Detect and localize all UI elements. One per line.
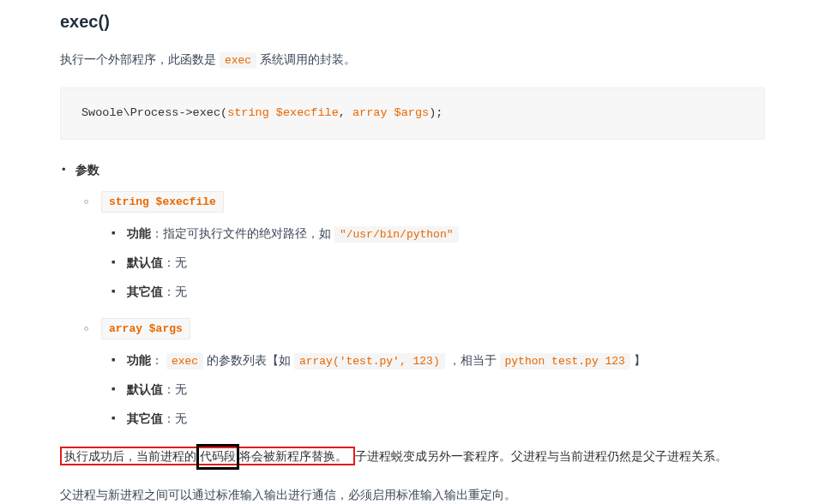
param2-fn-label: 功能 — [127, 353, 151, 367]
param1-function: 功能：指定可执行文件的绝对路径，如 "/usr/bin/python" — [127, 224, 765, 244]
param2-fn-code2: array('test.py', 123) — [294, 353, 445, 369]
stdio-paragraph: 父进程与新进程之间可以通过标准输入输出进行通信，必须启用标准输入输出重定向。 — [60, 485, 765, 504]
summary-p2: 将会被新程序替换。 — [239, 449, 347, 463]
param-args-pill: array $args — [101, 318, 190, 339]
param2-fn-code1: exec — [166, 353, 203, 369]
param1-other: 其它值：无 — [127, 282, 765, 303]
params-heading: 参数 — [75, 160, 765, 181]
sig-comma: , — [339, 106, 352, 119]
param2-fn-code3: python test.py 123 — [500, 353, 630, 369]
sig-kw-string: string — [227, 106, 269, 119]
param1-oth-text: ：无 — [163, 285, 187, 298]
param-execfile: string $execfile 功能：指定可执行文件的绝对路径，如 "/usr… — [101, 191, 765, 303]
param1-def-text: ：无 — [163, 255, 187, 269]
sig-suffix: ); — [429, 106, 443, 119]
signature-code-block: Swoole\Process->exec(string $execfile, a… — [60, 87, 765, 140]
param2-def-label: 默认值 — [127, 382, 163, 396]
param2-oth-text: ：无 — [163, 411, 187, 425]
param2-default: 默认值：无 — [127, 380, 765, 400]
sig-var-execfile: $execfile — [276, 106, 339, 119]
param1-fn-code: "/usr/bin/python" — [334, 226, 459, 243]
param1-default: 默认值：无 — [127, 253, 765, 273]
param2-oth-label: 其它值 — [127, 411, 163, 425]
intro-post: 系统调用的封装。 — [260, 52, 356, 66]
param1-def-label: 默认值 — [127, 255, 163, 269]
sig-var-args: $args — [394, 106, 430, 119]
param2-fn-pre: ： — [151, 353, 166, 367]
sig-sp1 — [269, 106, 276, 119]
param1-fn-label: 功能 — [127, 226, 151, 240]
param2-def-text: ：无 — [163, 382, 187, 396]
summary-p1: 执行成功后，当前进程的 — [64, 449, 196, 463]
sig-kw-array: array — [352, 106, 388, 119]
param-args: array $args 功能： exec 的参数列表【如 array('test… — [101, 318, 765, 429]
param2-fn-mid: 的参数列表【如 — [203, 353, 294, 367]
intro-code: exec — [220, 52, 256, 69]
cursor-annotation: 代码段 — [196, 444, 239, 470]
param-execfile-pill: string $execfile — [101, 191, 224, 213]
summary-p3: 子进程蜕变成另外一套程序。父进程与当前进程仍然是父子进程关系。 — [355, 449, 727, 463]
sig-sp2 — [388, 106, 394, 119]
param2-fn-post: 】 — [630, 353, 646, 367]
highlight-annotation: 执行成功后，当前进程的代码段将会被新程序替换。 — [60, 447, 355, 465]
param2-other: 其它值：无 — [127, 409, 765, 429]
param1-fn-text: ：指定可执行文件的绝对路径，如 — [151, 226, 334, 240]
param1-oth-label: 其它值 — [127, 285, 163, 298]
param2-fn-mid2: ，相当于 — [445, 353, 500, 367]
intro-pre: 执行一个外部程序，此函数是 — [60, 52, 220, 66]
sig-prefix: Swoole\Process->exec( — [81, 106, 227, 119]
param2-function: 功能： exec 的参数列表【如 array('test.py', 123) ，… — [127, 351, 765, 371]
intro-paragraph: 执行一个外部程序，此函数是 exec 系统调用的封装。 — [60, 50, 765, 70]
summary-paragraph-wrap: 执行成功后，当前进程的代码段将会被新程序替换。 子进程蜕变成另外一套程序。父进程… — [60, 444, 765, 470]
page-title: exec() — [60, 0, 765, 50]
params-section: 参数 string $execfile 功能：指定可执行文件的绝对路径，如 "/… — [75, 160, 765, 429]
